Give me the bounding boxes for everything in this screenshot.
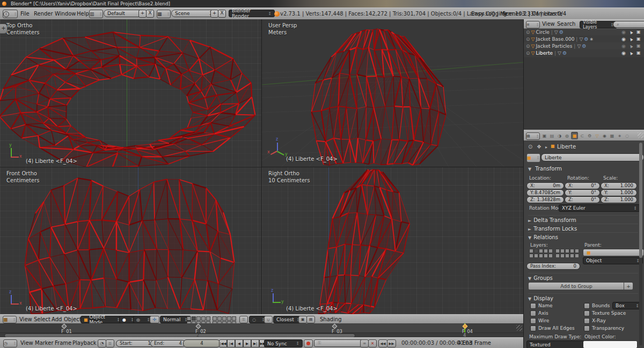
prev-keyframe-button[interactable]: ◀◀ <box>378 339 387 347</box>
layer-cell[interactable] <box>529 249 533 253</box>
layer-cell[interactable] <box>575 254 579 258</box>
jump-to-start-button[interactable]: |◀◀ <box>219 339 227 347</box>
start-frame-field[interactable]: Start:1 <box>116 340 155 347</box>
sync-mode-dropdown[interactable]: No Sync ↕ <box>264 339 303 347</box>
panel-transform-locks-header[interactable]: ►Transform Locks <box>528 224 638 232</box>
viewport-right-ortho[interactable]: Right Ortho 10 Centimeters z y (4) Liber… <box>262 167 523 314</box>
particles-icon[interactable]: ∗ <box>589 36 594 42</box>
disclosure-dot-icon[interactable]: ⊙ <box>526 43 530 49</box>
scale-z-field[interactable]: Z:1.000 <box>601 196 637 203</box>
menu-view[interactable]: View <box>542 21 555 27</box>
jump-next-keyframe-button[interactable]: ▶| <box>251 339 259 347</box>
display-draw-all-edges-checkbox[interactable] <box>530 325 536 331</box>
rotation-mode-dropdown[interactable]: XYZ Euler↕ <box>559 204 640 212</box>
modifier-wrench-icon[interactable]: ⚙ <box>559 29 564 35</box>
keying-set-field[interactable]: ⚿ <box>314 339 365 347</box>
selectability-cursor-icon[interactable]: ▲ <box>628 43 633 49</box>
selectability-cursor-icon[interactable]: ▲ <box>628 36 633 42</box>
viewport-top-ortho[interactable]: Top Ortho Centimeters y x (4) Liberte <F… <box>0 19 261 167</box>
layer-cell[interactable] <box>192 316 196 321</box>
modifier-wrench-icon[interactable]: ⚙ <box>562 50 567 56</box>
outliner-filter-dropdown[interactable]: Visible Layers ↕ <box>580 21 617 28</box>
object-name[interactable]: Jacket Base.000 <box>536 36 574 42</box>
layer-cell[interactable] <box>555 249 560 253</box>
viewport-divider-horizontal[interactable] <box>0 167 523 167</box>
outliner-item-liberte[interactable]: ⊙ ▽ Liberte | ▽ ⚙ ◉ ▲ ▣ <box>524 49 644 56</box>
outliner-item-circle[interactable]: ⊙ ▽ Circle | ▽ ⚙ ◉ ▲ ▣ <box>524 28 644 35</box>
region-resize-grip[interactable] <box>516 325 522 331</box>
node-breadcrumb-icon[interactable]: ❖ <box>537 144 541 150</box>
layer-cell[interactable] <box>570 254 574 258</box>
location-z-field[interactable]: Z:1.34828m <box>526 196 564 203</box>
rotation-y-field[interactable]: Y:0° <box>565 189 600 196</box>
layer-cell[interactable] <box>232 316 236 321</box>
outliner-item-jacket-particles[interactable]: ⊙ ▽ Jacket Particles | ▽ ⚙ ◉ ▲ ▣ <box>524 42 644 49</box>
display-texture-space-checkbox[interactable] <box>584 310 590 316</box>
display-xray-checkbox[interactable] <box>584 318 590 324</box>
render-camera-icon[interactable]: ▣ <box>636 29 641 34</box>
menu-help[interactable]: Help <box>77 11 89 17</box>
modifier-wrench-icon[interactable]: ⚙ <box>582 43 586 49</box>
hide-eye-icon[interactable]: ◉ <box>621 43 626 49</box>
layer-cell[interactable] <box>565 254 569 258</box>
layer-cell[interactable] <box>227 316 231 321</box>
tab-texture[interactable]: ▦ <box>609 132 616 139</box>
display-wire-checkbox[interactable] <box>530 318 536 324</box>
menu-render[interactable]: Render <box>34 11 53 17</box>
editor-type-view3d-button[interactable]: ■↕ <box>3 316 17 323</box>
close-layout-button[interactable]: X <box>146 10 154 18</box>
disclosure-dot-icon[interactable]: ⊙ <box>526 50 530 56</box>
mesh-data-icon[interactable]: ▽ <box>579 36 583 42</box>
pass-index-field[interactable]: Pass Index:0 <box>526 263 580 270</box>
object-name-input[interactable] <box>541 153 644 161</box>
add-layout-button[interactable]: + <box>138 10 147 18</box>
layer-cell[interactable] <box>196 316 201 321</box>
autokey-record-button[interactable] <box>304 339 313 347</box>
editor-type-outliner-button[interactable]: ≡↕ <box>526 21 540 28</box>
hide-eye-icon[interactable]: ◉ <box>621 36 626 42</box>
current-frame-field[interactable]: 4 <box>183 339 221 347</box>
layer-cell[interactable] <box>539 249 543 253</box>
layer-cell[interactable] <box>187 316 191 321</box>
region-resize-grip[interactable] <box>638 132 643 138</box>
render-engine-dropdown[interactable]: Blender Render ↕ <box>229 10 275 17</box>
tab-scene[interactable]: ◑ <box>556 132 563 139</box>
object-name[interactable]: Liberte <box>536 50 553 56</box>
menu-frame[interactable]: Frame <box>55 340 71 346</box>
layer-cell[interactable] <box>548 254 553 258</box>
menu-search[interactable]: Search <box>557 21 575 27</box>
menu-object[interactable]: Object <box>64 316 82 322</box>
mesh-data-icon[interactable]: ▽ <box>554 29 558 35</box>
layer-cell[interactable] <box>560 254 565 258</box>
panel-delta-transform-header[interactable]: ►Delta Transform <box>528 215 638 223</box>
menu-view[interactable]: View <box>19 316 32 322</box>
outliner-item-jacket-base[interactable]: ⊙ ▽ Jacket Base.000 | ▽ ⚙ ∗ ◉ ▲ ▣ <box>524 35 644 42</box>
tab-object[interactable]: ■ <box>571 132 578 139</box>
breadcrumb-object-name[interactable]: Liberte <box>557 144 576 150</box>
lock-frame-range-button[interactable]: ⚿ <box>106 339 114 347</box>
object-name[interactable]: Jacket Particles <box>536 43 572 49</box>
location-y-field[interactable]: Y:8.47085cm <box>526 189 564 196</box>
menu-playback[interactable]: Playback <box>72 340 97 346</box>
editor-type-timeline-button[interactable]: ◷↕ <box>3 339 17 347</box>
render-opengl-button[interactable]: ▣ <box>298 316 307 323</box>
display-name-checkbox[interactable] <box>530 303 536 309</box>
panel-relations-header[interactable]: ▼Relations <box>528 232 638 240</box>
menu-shading[interactable]: Shading <box>320 316 342 322</box>
tab-modifiers[interactable]: ⚙ <box>586 132 593 139</box>
tab-particles[interactable]: ∗ <box>616 132 623 139</box>
hide-eye-icon[interactable]: ◉ <box>621 29 626 35</box>
relations-layers-grid-1[interactable] <box>529 249 553 258</box>
scale-x-field[interactable]: X:1.000 <box>601 182 637 189</box>
properties-scrollbar-handle[interactable] <box>639 143 642 258</box>
rotation-z-field[interactable]: Z:0° <box>565 196 600 203</box>
hide-eye-icon[interactable]: ◉ <box>621 50 626 56</box>
layer-cell[interactable] <box>555 254 560 258</box>
outliner-search-input[interactable]: ⌕ <box>613 21 644 28</box>
play-reverse-button[interactable]: ◀ <box>235 339 243 347</box>
scale-y-field[interactable]: Y:1.000 <box>601 189 637 196</box>
relations-layers-grid-2[interactable] <box>555 249 579 258</box>
scene-icon-button[interactable]: ▦↕ <box>157 10 171 18</box>
layer-cell[interactable] <box>539 254 543 258</box>
new-group-plus-button[interactable]: + <box>624 282 633 290</box>
